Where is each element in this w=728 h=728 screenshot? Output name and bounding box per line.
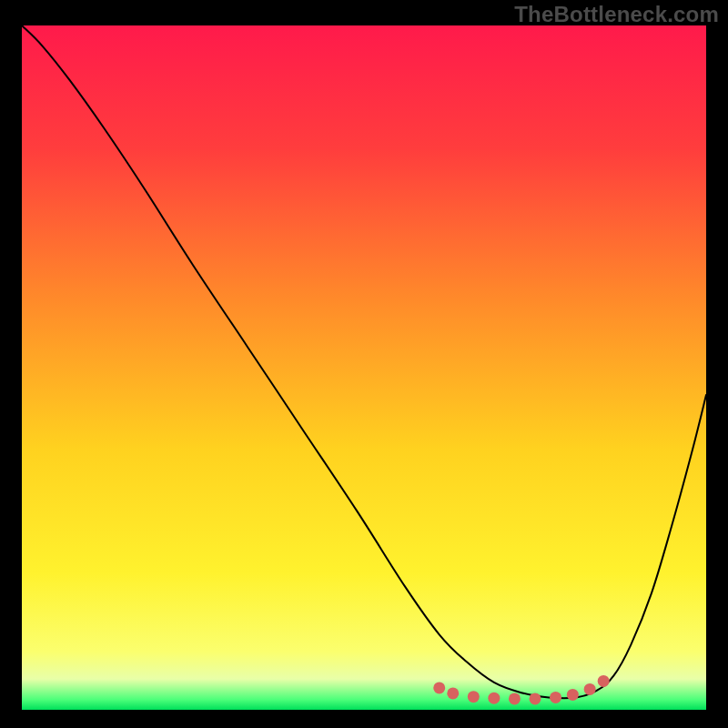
- highlight-dot: [447, 687, 459, 699]
- highlight-dot: [550, 692, 561, 703]
- bottleneck-curve: [22, 25, 706, 698]
- highlight-dot: [584, 683, 596, 695]
- highlight-dot: [433, 682, 445, 693]
- stage: TheBottleneck.com: [0, 0, 728, 728]
- highlight-dot: [598, 675, 610, 687]
- highlight-dot: [468, 691, 480, 703]
- watermark-text: TheBottleneck.com: [514, 2, 719, 27]
- highlight-dot: [488, 693, 500, 704]
- highlight-dot: [509, 693, 521, 704]
- highlight-dot: [567, 689, 579, 701]
- chart-lines: [22, 25, 706, 710]
- plot-area: [22, 25, 706, 710]
- highlight-dot: [530, 693, 541, 704]
